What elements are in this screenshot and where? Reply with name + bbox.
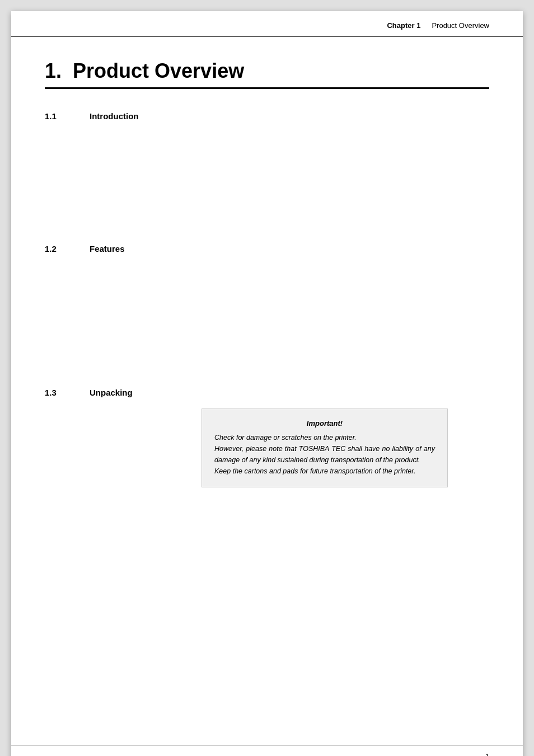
chapter-number: 1. bbox=[45, 59, 62, 82]
header-chapter-label: Chapter 1 bbox=[387, 21, 420, 30]
section-1-2-heading: 1.2 Features bbox=[45, 244, 489, 253]
section-1-1-label: Introduction bbox=[90, 111, 138, 121]
important-line-1: Check for damage or scratches on the pri… bbox=[214, 434, 357, 442]
section-1-2-content-area bbox=[45, 265, 489, 377]
important-box-title: Important! bbox=[214, 419, 435, 428]
section-1-1-heading: 1.1 Introduction bbox=[45, 111, 489, 121]
important-line-3: Keep the cartons and pads for future tra… bbox=[214, 467, 415, 475]
document-page: Chapter 1 Product Overview 1. Product Ov… bbox=[11, 11, 523, 756]
chapter-title-text: Product Overview bbox=[73, 59, 244, 82]
page-content: 1. Product Overview 1.1 Introduction 1.2… bbox=[11, 37, 523, 521]
chapter-title: 1. Product Overview bbox=[45, 59, 489, 89]
section-1-2-number: 1.2 bbox=[45, 244, 90, 253]
section-1-2-label: Features bbox=[90, 244, 125, 253]
important-box: Important! Check for damage or scratches… bbox=[202, 408, 448, 487]
page-footer: 1 bbox=[11, 745, 523, 756]
section-1-1-content-area bbox=[45, 132, 489, 233]
header-chapter-title: Product Overview bbox=[432, 21, 489, 30]
important-box-text: Check for damage or scratches on the pri… bbox=[214, 432, 435, 477]
page-header: Chapter 1 Product Overview bbox=[11, 11, 523, 37]
section-1-3-heading: 1.3 Unpacking bbox=[45, 388, 489, 397]
section-1-3-number: 1.3 bbox=[45, 388, 90, 397]
section-1-1-number: 1.1 bbox=[45, 111, 90, 121]
important-line-2: However, please note that TOSHIBA TEC sh… bbox=[214, 445, 435, 464]
page-number: 1 bbox=[485, 752, 489, 756]
section-1-3-label: Unpacking bbox=[90, 388, 133, 397]
